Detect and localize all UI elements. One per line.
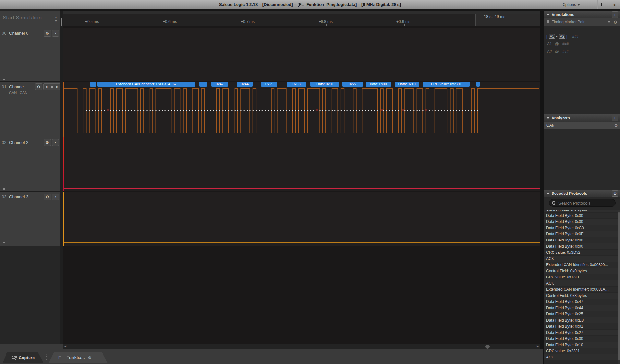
decoded-row[interactable]: Control Field: 0x0 bytes	[544, 268, 618, 274]
maximize-button[interactable]	[597, 0, 609, 9]
spinner-up-icon[interactable]: ▲	[55, 16, 58, 18]
decoded-row[interactable]: Data Field Byte: 0xE8	[544, 317, 618, 323]
decoded-row[interactable]: Data Field Byte: 0x27	[544, 330, 618, 336]
scroll-right-icon[interactable]: ▶	[537, 345, 539, 348]
row-resize-grip[interactable]	[1, 188, 6, 190]
channel-row-00[interactable]: 00Channel 0⚙×	[0, 28, 60, 82]
marker-a1-chip[interactable]: A1	[549, 34, 555, 39]
decoded-row[interactable]: Control Field: 0x0 bytes	[544, 210, 618, 213]
timing-marker-pair-row[interactable]: Timing Marker Pair ⚙	[544, 18, 620, 26]
channel-name-label: Channel 3	[9, 194, 33, 199]
ruler-tick-mark	[93, 24, 93, 26]
row-resize-grip[interactable]	[1, 133, 6, 135]
decoded-row[interactable]: CRC value: 0x2391	[544, 348, 618, 354]
channel-track-1[interactable]: Extended CAN Identifier: 0x0031AF620x470…	[63, 82, 540, 137]
decoded-settings-button[interactable]: ⚙	[612, 190, 618, 197]
channel-close-button[interactable]: ×	[52, 194, 59, 200]
collapse-triangle-icon[interactable]	[546, 193, 550, 194]
annotations-title: Annotations	[552, 12, 612, 17]
decoded-row[interactable]: Data Field Byte: 0x47	[544, 299, 618, 305]
time-ruler[interactable]: 18 s : 49 ms +0.5 ms+0.6 ms+0.7 ms+0.8 m…	[63, 14, 540, 26]
graph-horizontal-scrollbar[interactable]: ◀ ▶	[63, 344, 540, 349]
channel-number: 03	[2, 194, 6, 199]
tab-capture[interactable]: Capture	[3, 352, 43, 363]
decoded-row[interactable]: Data Field Byte: 0x00	[544, 243, 618, 250]
decoded-row[interactable]: Data Field Byte: 0x0F	[544, 231, 618, 237]
decoded-row[interactable]: Data Field Byte: 0x00	[544, 237, 618, 243]
tab-bar: Capture F=_Funktio... ⚙	[0, 349, 543, 364]
channel-number: 00	[2, 31, 6, 36]
decoded-row[interactable]: Extended CAN Identifier: 0x00300...	[544, 262, 618, 268]
decoded-protocols-header[interactable]: Decoded Protocols ⚙	[544, 190, 620, 197]
channel-close-button[interactable]: ×	[52, 139, 59, 146]
decoded-row[interactable]: Data Field Byte: 0x25	[544, 311, 618, 317]
analyzer-nav-buttons: ◀▶	[43, 83, 60, 90]
close-button[interactable]: ×	[609, 0, 620, 9]
search-protocols-input[interactable]	[549, 199, 616, 207]
channel-name-label: Channe...	[9, 84, 33, 89]
protocol-search	[549, 199, 616, 207]
row-resize-grip[interactable]	[1, 242, 6, 244]
decoded-row[interactable]: Data Field Byte: 0x10	[544, 342, 618, 348]
ruler-tick-label: +0.9 ms	[396, 19, 410, 24]
decoded-row[interactable]: ACK	[544, 280, 618, 287]
right-panel: Annotations + Timing Marker Pair ⚙ | A1 …	[544, 11, 620, 364]
decoded-row[interactable]: Data Field Byte: 0x01	[544, 323, 618, 330]
tab-file[interactable]: F=_Funktio... ⚙	[49, 352, 108, 363]
close-icon: ×	[613, 2, 616, 7]
scrollbar-thumb[interactable]	[485, 345, 490, 349]
titlebar[interactable]: Saleae Logic 1.2.18 – [Disconnected] – […	[0, 0, 620, 9]
channel-settings-button[interactable]: ⚙	[44, 194, 51, 200]
add-analyzer-button[interactable]: +	[612, 115, 618, 121]
gear-icon[interactable]: ⚙	[614, 123, 618, 128]
channel-name-label: Channel 2	[9, 140, 33, 145]
collapse-triangle-icon[interactable]	[546, 14, 550, 16]
graph-vertical-scrollbar-left[interactable]	[60, 11, 63, 344]
decoded-list-scrollbar[interactable]	[618, 210, 620, 364]
channel-track-3[interactable]	[63, 192, 540, 246]
scrollbar-thumb[interactable]	[60, 18, 62, 26]
decoded-row[interactable]: ACK	[544, 354, 618, 360]
decoded-row[interactable]: CRC value: 0x13EF	[544, 274, 618, 280]
options-menu-button[interactable]: Options	[557, 0, 586, 9]
decoded-row[interactable]: Data Field Byte: 0xC0	[544, 225, 618, 231]
channel-row-02[interactable]: 02Channel 2⚙×	[0, 137, 60, 192]
decoded-row[interactable]: ACK	[544, 256, 618, 262]
next-frame-button[interactable]: ▶	[55, 83, 60, 90]
minimize-button[interactable]	[586, 0, 597, 9]
spinner-down-icon[interactable]: ▼	[55, 20, 58, 22]
decoded-row[interactable]: Extended CAN Identifier: 0x0031A...	[544, 287, 618, 293]
channel-row-01[interactable]: 01Channe...CAN - CAN⚙◀▶	[0, 82, 60, 137]
prev-frame-button[interactable]: ◀	[43, 83, 49, 90]
pulse-icon[interactable]	[49, 83, 55, 90]
scrollbar-thumb[interactable]	[618, 212, 620, 360]
dropdown-icon[interactable]	[608, 21, 610, 23]
scroll-left-icon[interactable]: ◀	[64, 345, 66, 348]
decoded-row[interactable]: Data Field Byte: 0x44	[544, 305, 618, 311]
decoded-row[interactable]: Data Field Byte: 0x00	[544, 336, 618, 342]
gear-icon[interactable]: ⚙	[614, 20, 617, 25]
waveform-graph-area[interactable]: 18 s : 49 ms +0.5 ms+0.6 ms+0.7 ms+0.8 m…	[63, 11, 540, 344]
add-annotation-button[interactable]: +	[612, 11, 618, 18]
channel-settings-button[interactable]: ⚙	[44, 139, 51, 146]
channel-settings-button[interactable]: ⚙	[35, 83, 42, 90]
start-simulation-button[interactable]: Start Simulation ▲ ▼	[0, 11, 60, 28]
channel-row-03[interactable]: 03Channel 3⚙×	[0, 192, 60, 246]
annotations-header[interactable]: Annotations +	[544, 11, 620, 18]
decoded-row[interactable]: Data Field Byte: 0x00	[544, 219, 618, 225]
gear-icon[interactable]: ⚙	[88, 355, 91, 360]
channel-track-2[interactable]	[63, 137, 540, 191]
decoded-row[interactable]: CRC value: 0x3D52	[544, 250, 618, 256]
analyzer-item-can[interactable]: CAN ⚙	[544, 122, 620, 129]
channel-settings-button[interactable]: ⚙	[44, 30, 51, 37]
can-waveform	[63, 82, 540, 137]
channel-color-strip	[63, 192, 64, 246]
decoded-row[interactable]: Control Field: 0x8 bytes	[544, 293, 618, 299]
collapse-triangle-icon[interactable]	[546, 117, 550, 119]
marker-a2-chip[interactable]: A2	[559, 34, 565, 39]
analyzers-header[interactable]: Analyzers +	[544, 114, 620, 122]
channel-track-0[interactable]	[63, 28, 540, 81]
row-resize-grip[interactable]	[1, 77, 6, 80]
channel-close-button[interactable]: ×	[52, 30, 59, 37]
decoded-row[interactable]: Data Field Byte: 0x00	[544, 213, 618, 219]
